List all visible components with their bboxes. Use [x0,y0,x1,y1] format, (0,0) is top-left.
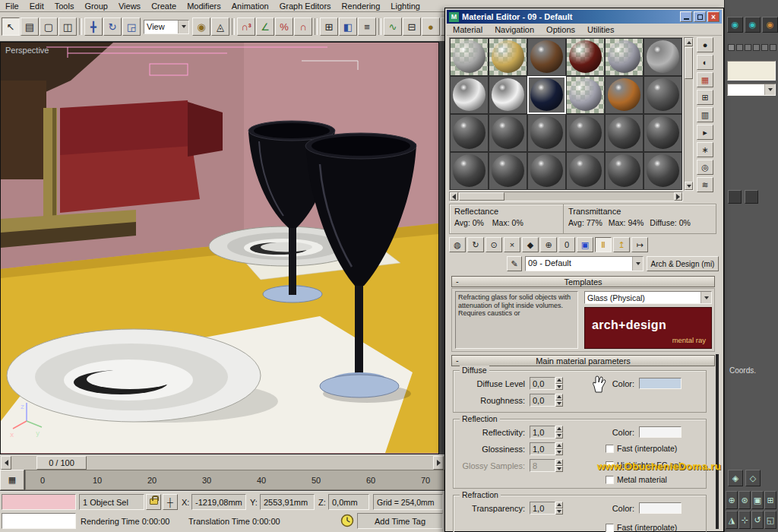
reference-coordinate-dropdown[interactable]: View [144,20,189,34]
named-selection-sets-button[interactable]: ⊞ [320,17,338,36]
pick-material-from-object-button[interactable]: ✎ [507,256,522,271]
material-sample-slot[interactable] [450,76,489,114]
me-menu-options[interactable]: Options [540,24,581,35]
material-sample-slot[interactable] [605,76,644,114]
spinner-up-button[interactable] [555,442,563,449]
menu-item-modifiers[interactable]: Modifiers [182,1,226,11]
show-end-result-button[interactable]: ‖ [595,237,612,252]
assign-material-to-selection-button[interactable]: ⊙ [485,237,502,252]
select-scale-button[interactable]: ◲ [122,17,141,36]
x-coordinate-field[interactable]: -1219,08mm [191,494,246,510]
align-button[interactable]: ≡ [358,17,376,36]
me-menu-utilities[interactable]: Utilities [581,24,620,35]
time-slider-prev-button[interactable] [1,456,11,470]
absolute-offset-mode-button[interactable]: ┼ [163,494,178,510]
material-sample-slot[interactable] [566,38,605,76]
make-material-copy-button[interactable]: ◆ [522,237,539,252]
spinner-down-button[interactable] [555,432,563,439]
material-sample-slot[interactable] [527,152,566,190]
zoom-extents-all-button[interactable]: ⊞ [764,491,776,509]
select-manipulate-button[interactable]: ◬ [211,17,229,36]
material-editor-button[interactable]: ● [422,17,440,36]
scrollbar-thumb[interactable] [459,192,504,201]
spinner-up-button[interactable] [555,377,563,384]
spinner-up-button[interactable] [555,502,563,508]
material-sample-slot[interactable] [527,114,566,152]
close-button[interactable]: × [707,11,719,22]
spinner-up-button[interactable] [555,426,563,432]
menu-item-tools[interactable]: Tools [49,1,80,11]
panel-button[interactable] [728,190,742,204]
menu-item-views[interactable]: Views [113,1,146,11]
min-max-toggle-button[interactable]: ◱ [764,511,776,529]
material-map-navigator-button[interactable]: ≋ [697,177,713,192]
show-map-in-viewport-button[interactable]: ▣ [577,237,593,252]
menu-item-file[interactable]: File [0,1,24,11]
zoom-extents-button[interactable]: ▣ [751,491,764,509]
rollout-scrollbar[interactable] [716,354,719,529]
material-sample-slot[interactable] [489,38,527,76]
dropdown-arrow-icon[interactable] [701,292,711,303]
metal-material-checkbox[interactable] [606,476,614,484]
time-slider-next-button[interactable] [433,456,444,470]
command-panel-tab-hierarchy[interactable] [745,44,751,51]
quick-render-button[interactable]: ◉ [762,17,778,33]
material-type-button[interactable]: Arch & Design (mi) [647,256,719,271]
put-material-to-scene-button[interactable]: ↻ [467,237,484,252]
menu-item-edit[interactable]: Edit [24,1,49,11]
menu-item-lighting[interactable]: Lighting [385,1,425,11]
add-time-tag-field[interactable]: Add Time Tag [357,513,443,529]
dropdown-arrow-icon[interactable] [178,21,188,33]
templates-rollout-header[interactable]: - Templates [451,276,715,287]
scrollbar-thumb[interactable] [685,47,693,79]
viewport-label[interactable]: Perspective [5,46,49,55]
material-sample-slot[interactable] [450,38,489,76]
percent-snap-button[interactable]: % [275,17,293,36]
scroll-right-button[interactable] [674,192,682,201]
snap-toggle-button[interactable]: ∩³ [237,17,255,36]
select-rotate-button[interactable]: ↻ [103,17,122,36]
material-sample-slot[interactable] [644,76,682,114]
material-sample-slot[interactable] [566,152,605,190]
coords-rollout-label[interactable]: Coords. [729,366,756,375]
material-editor-options-button[interactable]: ∗ [697,142,713,157]
material-sample-slot[interactable] [644,114,682,152]
arc-rotate-button[interactable]: ↺ [751,511,764,529]
select-move-button[interactable]: ╋ [84,17,103,36]
window-crossing-button[interactable]: ◫ [59,17,77,36]
z-coordinate-field[interactable]: 0,0mm [328,494,369,510]
sample-uv-tiling-button[interactable]: ⊞ [697,90,713,105]
open-mini-curve-editor-button[interactable]: ▦ [0,470,24,490]
track-bar[interactable]: 0 10 20 30 40 50 60 70 [25,470,444,490]
key-mode-toggle-button[interactable]: ◈ [728,470,743,486]
angle-snap-button[interactable]: ∠ [256,17,274,36]
material-sample-slot[interactable] [489,76,527,114]
render-scene-button[interactable]: ◉ [727,17,743,33]
get-material-button[interactable]: ◍ [449,237,466,252]
command-panel-tab-modify[interactable] [736,44,743,51]
slots-horizontal-scrollbar[interactable] [449,192,683,201]
use-pivot-center-button[interactable]: ◉ [192,17,210,36]
fov-button[interactable]: ◮ [726,511,738,529]
zoom-all-button[interactable]: ⊛ [738,491,751,509]
maximize-button[interactable] [694,11,706,22]
menu-item-group[interactable]: Group [79,1,113,11]
diffuse-level-value[interactable]: 0,0 [530,377,555,390]
slots-vertical-scrollbar[interactable] [684,37,694,191]
spinner-snap-button[interactable]: ∩ [294,17,312,36]
scroll-up-button[interactable] [685,38,693,46]
select-by-material-button[interactable]: ◎ [697,160,713,175]
material-name-dropdown[interactable]: 09 - Default [525,256,644,271]
material-sample-slot[interactable] [450,114,489,152]
material-id-channel-button[interactable]: 0 [558,237,575,252]
spinner-down-button[interactable] [555,466,563,473]
me-menu-navigation[interactable]: Navigation [489,24,540,35]
y-coordinate-field[interactable]: 2553,91mm [260,494,315,510]
command-panel-tab-utilities[interactable] [770,44,776,51]
reflectivity-value[interactable]: 1,0 [530,426,555,439]
material-sample-slot[interactable] [450,152,489,190]
spinner-up-button[interactable] [555,394,563,401]
scroll-down-button[interactable] [685,182,693,190]
render-last-button[interactable]: ◉ [745,17,761,33]
material-sample-slot[interactable] [605,152,644,190]
